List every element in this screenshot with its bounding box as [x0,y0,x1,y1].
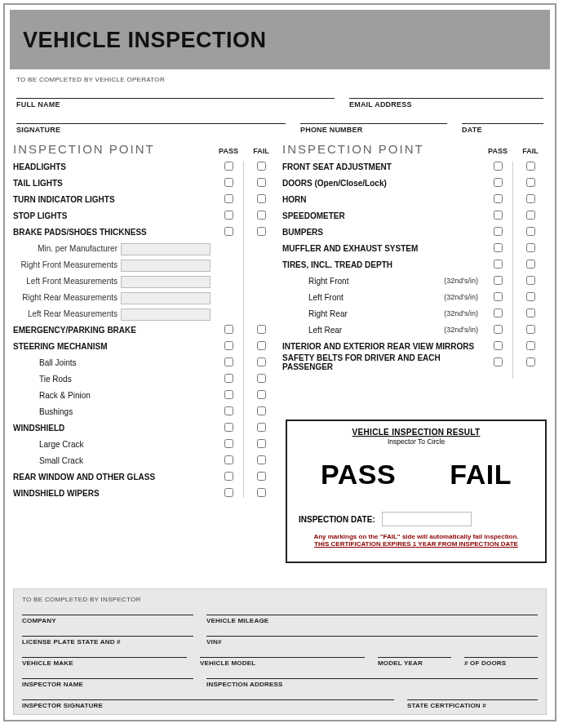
fail-checkbox [514,211,547,221]
fail-checkbox [245,325,277,335]
measurement-input[interactable] [121,276,211,288]
tire-sub-item: Left Rear(32nd's/in) [282,322,547,338]
fail-checkbox [245,178,277,189]
doors-field[interactable]: # OF DOORS [464,657,538,667]
pass-checkbox [212,227,245,237]
inspection-item: INTERIOR AND EXTERIOR REAR VIEW MIRRORS [282,338,547,354]
fail-checkbox [245,390,277,401]
page-title: VEHICLE INSPECTION [23,28,537,53]
measurement-input[interactable] [121,309,211,321]
measurement-row: Right Rear Measurements [13,289,277,305]
inspection-point-heading: INSPECTION POINT [13,142,212,156]
pass-checkbox [212,439,245,450]
inspection-date-label: INSPECTION DATE: [299,515,375,524]
pass-checkbox [212,162,245,172]
inspection-item: BUMPERS [282,224,547,240]
pass-checkbox [212,423,245,433]
inspection-date-input[interactable] [382,512,472,526]
inspection-item: STOP LIGHTS [13,207,277,224]
inspection-item: STEERING MECHANISM [13,338,277,354]
fail-checkbox [514,325,547,335]
result-fail[interactable]: FAIL [450,459,512,491]
model-field[interactable]: VEHICLE MODEL [200,657,365,667]
measurement-row: Left Front Measurements [13,273,277,289]
pass-checkbox [212,357,245,368]
tire-sub-item: Right Rear(32nd's/in) [282,305,547,322]
measurement-input[interactable] [121,243,211,255]
pass-checkbox [212,211,245,221]
mileage-field[interactable]: VEHICLE MILEAGE [206,615,538,624]
column-divider [243,162,244,498]
header-banner: VEHICLE INSPECTION [10,10,550,69]
fail-heading: FAIL [514,147,547,155]
pass-checkbox [481,194,514,205]
year-field[interactable]: MODEL YEAR [378,657,451,667]
inspection-item: FRONT SEAT ADJUSTMENT [282,158,547,175]
measurement-input[interactable] [121,292,211,304]
pass-checkbox [481,341,514,352]
state-cert-field[interactable]: STATE CERTFICATION # [407,699,538,709]
full-name-field[interactable]: FULL NAME [16,98,335,109]
inspection-item: BRAKE PADS/SHOES THICKNESS [13,224,277,240]
inspection-address-field[interactable]: INSPECTION ADDRESS [206,678,538,688]
fail-checkbox [514,243,547,254]
inspection-item: Large Crack [13,436,277,452]
pass-checkbox [481,260,514,270]
fail-checkbox [245,227,277,237]
inspection-item: HORN [282,191,547,207]
measurement-input[interactable] [121,260,211,272]
fail-checkbox [245,488,277,499]
fail-checkbox [245,374,277,384]
inspection-item: MUFFLER AND EXHAUST SYSTEM [282,240,547,256]
inspector-name-field[interactable]: INSPECTOR NAME [22,678,193,688]
inspector-note: TO BE COMPLETED BY INSPECTOR [22,596,538,603]
pass-checkbox [212,455,245,466]
vin-field[interactable]: VIN# [206,636,538,646]
pass-checkbox [212,406,245,417]
result-pass[interactable]: PASS [321,459,396,491]
email-field[interactable]: EMAIL ADDRESS [349,98,543,109]
fail-heading: FAIL [245,147,277,155]
warning-line-1: Any markings on the "FAIL" side will aut… [294,533,539,540]
result-title: VEHICLE INSPECTION RESULT [294,428,539,437]
fail-checkbox [245,194,277,205]
make-field[interactable]: VEHICLE MAKE [22,657,187,667]
pass-checkbox [481,211,514,221]
phone-field[interactable]: PHONE NUMBER [300,123,447,134]
company-field[interactable]: COMPANY [22,615,193,624]
inspection-item: DOORS (Open/Close/Lock) [282,175,547,191]
inspector-signature-field[interactable]: INSPECTOR SIGNATURE [22,699,394,709]
date-field[interactable]: DATE [462,123,543,134]
operator-note: TO BE COMPLETED BY VEHICLE OPERATOR [16,76,543,83]
pass-checkbox [481,357,514,368]
pass-checkbox [212,178,245,189]
tire-sub-item: Right Front(32nd's/in) [282,273,547,289]
inspection-item: SAFETY BELTS FOR DRIVER AND EACH PASSENG… [282,354,547,371]
measurement-row: Right Front Measurements [13,256,277,273]
pass-heading: PASS [212,147,245,155]
fail-checkbox [514,162,547,172]
pass-checkbox [481,227,514,237]
fail-checkbox [514,227,547,237]
inspection-item: SPEEDOMETER [282,207,547,224]
inspection-item: WINDSHIELD WIPERS [13,485,277,501]
measurement-row: Left Rear Measurements [13,305,277,322]
pass-checkbox [481,309,514,319]
measurement-row: Min. per Manufacturer [13,240,277,256]
checklist-left-column: INSPECTION POINT PASS FAIL HEADLIGHTS TA… [13,142,277,501]
inspection-item: TURN INDICATOR LIGHTS [13,191,277,207]
fail-checkbox [245,439,277,450]
inspection-item: WINDSHIELD [13,419,277,436]
pass-checkbox [212,472,245,482]
inspector-section: TO BE COMPLETED BY INSPECTOR COMPANY VEH… [13,588,547,715]
pass-checkbox [212,488,245,499]
inspection-item: HEADLIGHTS [13,158,277,175]
pass-checkbox [212,374,245,384]
fail-checkbox [245,406,277,417]
signature-field[interactable]: SIGNATURE [16,123,286,134]
pass-checkbox [481,325,514,335]
fail-checkbox [514,260,547,270]
pass-checkbox [212,341,245,352]
column-divider [512,162,513,379]
plate-field[interactable]: LICENSE PLATE STATE AND # [22,636,193,646]
